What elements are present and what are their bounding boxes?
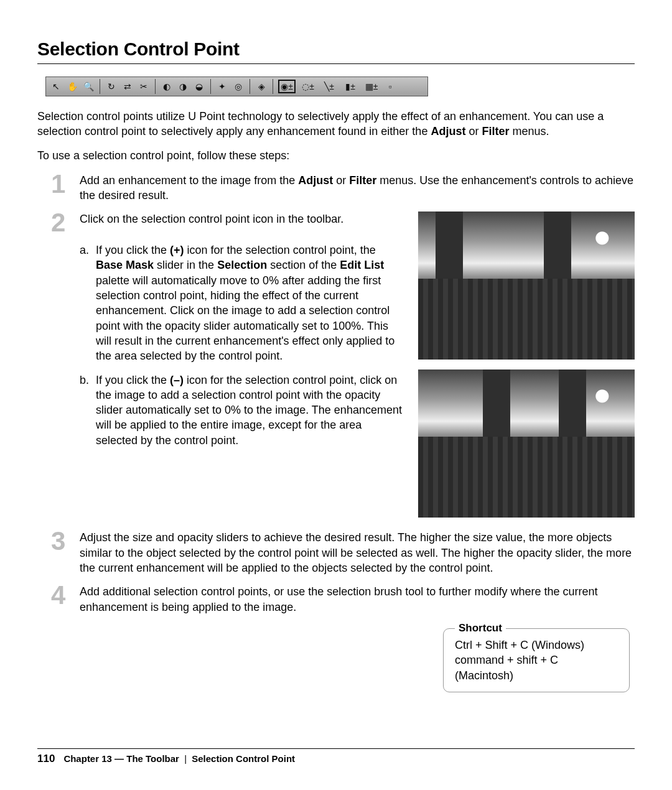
bold: Edit List	[340, 259, 384, 271]
intro-paragraph-1: Selection control points utilize U Point…	[37, 109, 635, 139]
page-footer: 110 Chapter 13 — The Toolbar | Selection…	[37, 753, 295, 765]
intro-text: or	[465, 125, 482, 137]
substep-letter: a.	[80, 243, 96, 363]
page-title: Selection Control Point	[37, 39, 635, 60]
step-2: 2 Click on the selection control point i…	[51, 211, 404, 234]
shortcut-windows: Ctrl + Shift + C (Windows)	[455, 638, 618, 653]
brush-icon: ╲±	[320, 80, 338, 93]
toolbar-separator	[250, 79, 250, 94]
hand-icon: ✋	[66, 80, 78, 93]
step-text: Add additional selection control points,…	[80, 584, 635, 615]
step-4: 4 Add additional selection control point…	[51, 584, 635, 615]
step-number: 1	[51, 173, 76, 195]
shortcut-box: Shortcut Ctrl + Shift + C (Windows) comm…	[443, 628, 630, 692]
footer-chapter: Chapter 13 — The Toolbar	[63, 753, 179, 764]
text: palette will automatically move to 0% af…	[96, 274, 394, 362]
bold: Filter	[349, 174, 376, 187]
step-text: Click on the selection control point ico…	[80, 211, 404, 226]
text: slider in the	[154, 259, 217, 271]
toolbar-separator	[155, 79, 156, 94]
substep-text: If you click the (–) icon for the select…	[96, 373, 404, 448]
bold: (–)	[170, 374, 184, 386]
footer-rule	[37, 748, 635, 749]
toolbar-separator	[273, 79, 273, 94]
neutral-point-icon: ◑	[177, 80, 189, 93]
text: icon for the selection control point, th…	[184, 244, 376, 256]
step-number: 4	[51, 584, 76, 606]
fill-icon: ▦±	[363, 80, 380, 93]
intro-bold: Filter	[482, 125, 509, 137]
gradient-icon: ▮±	[342, 80, 359, 93]
selection-control-icon: ◉±	[278, 80, 296, 93]
bold: Selection	[217, 259, 267, 271]
black-point-icon: ◐	[161, 80, 173, 93]
white-point-icon: ◒	[193, 80, 205, 93]
page-number: 110	[37, 753, 55, 765]
step-1: 1 Add an enhancement to the image from t…	[51, 173, 635, 203]
shortcut-label: Shortcut	[455, 621, 506, 636]
step-text: Add an enhancement to the image from the…	[80, 173, 635, 203]
toolbar: ↖ ✋ 🔍 ↻ ⇄ ✂ ◐ ◑ ◒ ✦ ◎ ◈ ◉± ◌± ╲± ▮± ▦± ▫	[45, 77, 428, 96]
rotate-icon: ↻	[105, 80, 118, 93]
text: If you click the	[96, 244, 170, 256]
example-image-2	[418, 369, 635, 518]
color-point-icon: ◈	[255, 80, 268, 93]
substep-b: b. If you click the (–) icon for the sel…	[80, 373, 404, 448]
substep-a: a. If you click the (+) icon for the sel…	[80, 243, 404, 363]
footer-section: Selection Control Point	[192, 753, 295, 764]
mask-icon: ▫	[384, 80, 396, 93]
intro-paragraph-2: To use a selection control point, follow…	[37, 148, 635, 163]
step-text: Adjust the size and opacity sliders to a…	[80, 530, 635, 575]
text: section of the	[267, 259, 340, 271]
bold: Base Mask	[96, 259, 154, 271]
crop-icon: ✂	[138, 80, 150, 93]
redeye-icon: ◎	[232, 80, 245, 93]
title-rule	[37, 63, 635, 64]
substep-text: If you click the (+) icon for the select…	[96, 243, 404, 363]
zoom-icon: 🔍	[82, 80, 95, 93]
step-3: 3 Adjust the size and opacity sliders to…	[51, 530, 635, 575]
toolbar-separator	[100, 79, 100, 94]
step-number: 3	[51, 530, 76, 552]
straighten-icon: ⇄	[121, 80, 134, 93]
shortcut-mac: command + shift + C (Macintosh)	[455, 653, 618, 683]
bold: Adjust	[298, 174, 333, 187]
auto-retouch-icon: ✦	[216, 80, 228, 93]
text: Add an enhancement to the image from the	[80, 174, 298, 187]
intro-bold: Adjust	[431, 125, 465, 137]
text: or	[333, 174, 349, 187]
footer-breadcrumb: Chapter 13 — The Toolbar | Selection Con…	[63, 753, 295, 764]
text: If you click the	[96, 374, 170, 386]
step-number: 2	[51, 211, 76, 234]
bold: (+)	[170, 244, 184, 256]
intro-text: menus.	[509, 125, 549, 137]
lasso-icon: ◌±	[299, 80, 317, 93]
substep-letter: b.	[80, 373, 96, 448]
pointer-icon: ↖	[50, 80, 62, 93]
toolbar-separator	[210, 79, 211, 94]
example-image-1	[418, 211, 635, 360]
